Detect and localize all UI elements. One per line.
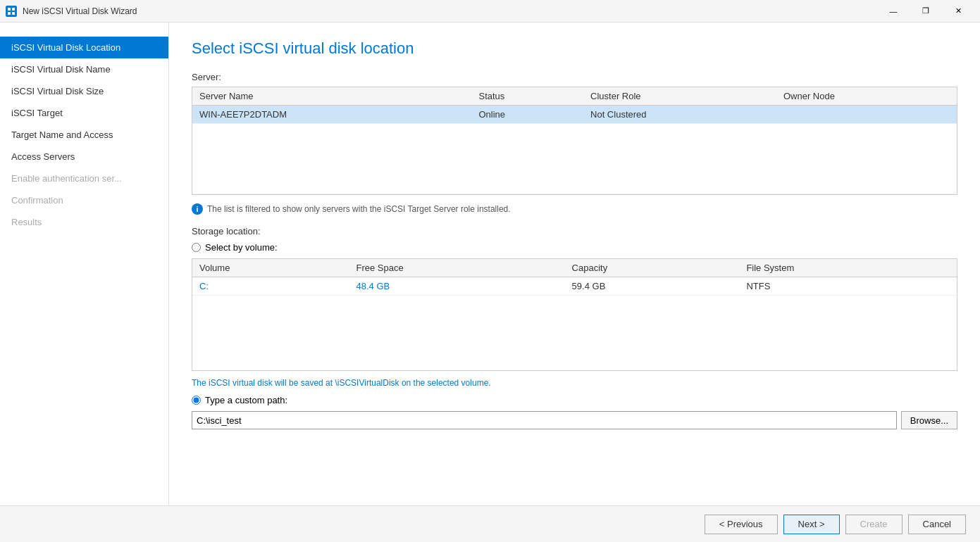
sidebar-item-iscsi-vdl[interactable]: iSCSI Virtual Disk Location [0,37,168,58]
hint-prefix: The iSCSI virtual disk will be saved at [192,378,335,388]
volume-table-container: Volume Free Space Capacity File System C… [192,258,957,371]
server-cluster-role-cell: Not Clustered [583,106,776,124]
select-by-volume-radio[interactable] [192,243,201,252]
server-name-cell: WIN-AEE7P2DTADM [192,106,472,124]
server-owner-node-cell [776,106,957,124]
server-table-empty [192,124,957,194]
page-title: Select iSCSI virtual disk location [192,39,957,58]
info-text: The list is filtered to show only server… [207,204,511,214]
col-server-name: Server Name [192,87,472,106]
main-panel: Select iSCSI virtual disk location Serve… [169,23,980,505]
footer: < Previous Next > Create Cancel [0,505,980,542]
vol-col-free-space: Free Space [349,259,564,277]
svg-rect-0 [8,8,11,11]
sidebar-item-enable-auth: Enable authentication ser... [0,168,168,189]
server-section-label: Server: [192,72,957,82]
sidebar: iSCSI Virtual Disk Location iSCSI Virtua… [0,23,169,505]
content-area: iSCSI Virtual Disk Location iSCSI Virtua… [0,23,980,505]
vol-col-capacity: Capacity [565,259,740,277]
hint-suffix: on the selected volume. [399,378,491,388]
col-cluster-role: Cluster Role [583,87,776,106]
cancel-button[interactable]: Cancel [908,515,966,534]
custom-path-row-radio: Type a custom path: [192,395,957,405]
select-by-volume-label[interactable]: Select by volume: [205,242,278,253]
svg-rect-3 [12,12,15,15]
previous-button[interactable]: < Previous [705,515,778,534]
info-bar: i The list is filtered to show only serv… [192,203,957,215]
browse-button[interactable]: Browse... [901,411,957,429]
volume-free-space-cell: 48.4 GB [349,277,564,296]
select-by-volume-row: Select by volume: [192,242,957,253]
sidebar-item-confirmation: Confirmation [0,189,168,211]
vol-col-volume: Volume [192,259,349,277]
volume-capacity-cell: 59.4 GB [565,277,740,296]
volume-table: Volume Free Space Capacity File System C… [192,259,957,296]
custom-path-radio[interactable] [192,396,201,405]
sidebar-item-target-name-access[interactable]: Target Name and Access [0,124,168,146]
sidebar-item-iscsi-target[interactable]: iSCSI Target [0,102,168,124]
volume-name-cell: C: [192,277,349,296]
svg-rect-2 [8,12,11,15]
maximize-button[interactable]: ❐ [910,0,942,23]
window-icon [6,6,17,17]
window: New iSCSI Virtual Disk Wizard — ❐ ✕ iSCS… [0,0,980,542]
server-status-cell: Online [472,106,584,124]
col-status: Status [472,87,584,106]
hint-path: \iSCSIVirtualDisk [335,378,399,388]
custom-path-input-row: Browse... [192,411,957,429]
sidebar-item-iscsi-vds[interactable]: iSCSI Virtual Disk Size [0,80,168,102]
sidebar-item-iscsi-vdn[interactable]: iSCSI Virtual Disk Name [0,58,168,80]
window-controls: — ❐ ✕ [877,0,974,23]
volume-row[interactable]: C: 48.4 GB 59.4 GB NTFS [192,277,957,296]
create-button[interactable]: Create [845,515,903,534]
vol-col-file-system: File System [739,259,957,277]
custom-path-label[interactable]: Type a custom path: [205,395,287,405]
server-table-container: Server Name Status Cluster Role Owner No… [192,87,957,195]
close-button[interactable]: ✕ [942,0,974,23]
storage-location-label: Storage location: [192,226,957,237]
window-title: New iSCSI Virtual Disk Wizard [23,6,877,16]
sidebar-item-access-servers[interactable]: Access Servers [0,146,168,168]
custom-path-input[interactable] [192,411,897,429]
next-button[interactable]: Next > [783,515,840,534]
server-table: Server Name Status Cluster Role Owner No… [192,87,957,194]
sidebar-item-results: Results [0,211,168,233]
volume-filesystem-cell: NTFS [739,277,957,296]
col-owner-node: Owner Node [776,87,957,106]
svg-rect-1 [12,8,15,11]
server-row[interactable]: WIN-AEE7P2DTADM Online Not Clustered [192,106,957,124]
info-icon: i [192,203,203,215]
hint-text: The iSCSI virtual disk will be saved at … [192,378,957,388]
minimize-button[interactable]: — [877,0,910,23]
titlebar: New iSCSI Virtual Disk Wizard — ❐ ✕ [0,0,980,23]
